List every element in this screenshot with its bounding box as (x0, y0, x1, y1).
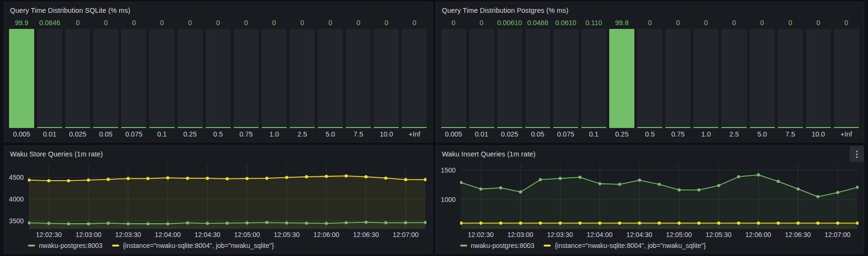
bar-fill (637, 127, 662, 128)
histogram-column[interactable]: 00.1 (149, 18, 174, 140)
bar-value-label: 0 (806, 18, 831, 28)
histogram-column[interactable]: 99.90.005 (9, 18, 34, 140)
histogram-column[interactable]: 0.08460.01 (37, 18, 62, 140)
histogram-column[interactable]: 0.06100.075 (553, 18, 578, 140)
bar-track (834, 29, 859, 128)
panel-title: Waku Insert Queries (1m rate) (442, 150, 536, 158)
bar-track (402, 29, 427, 128)
bar-fill (441, 127, 466, 128)
histogram-column[interactable]: 07.5 (778, 18, 803, 140)
bar-fill (290, 127, 315, 128)
bar-value-label: 0 (318, 18, 343, 28)
histogram-column[interactable]: 0+Inf (834, 18, 859, 140)
panel-title: Waku Store Queries (1m rate) (10, 150, 103, 158)
bar-value-label: 99.8 (609, 18, 634, 28)
panel-header[interactable]: Waku Insert Queries (1m rate) (436, 146, 864, 161)
panel-menu-icon[interactable] (849, 146, 864, 162)
histogram-column[interactable]: 05.0 (318, 18, 343, 140)
legend-swatch-yellow (544, 245, 551, 247)
bar-category-label: 0.01 (37, 129, 62, 140)
histogram-column[interactable]: 00.01 (469, 18, 494, 140)
histogram-column[interactable]: 01.0 (262, 18, 287, 140)
panel-header[interactable]: Query Time Distribution SQLite (% ms) (4, 2, 432, 18)
histogram-column[interactable]: 05.0 (750, 18, 775, 140)
bar-value-label: 0 (234, 18, 259, 28)
x-axis-tick-label: 12:05:30 (706, 231, 732, 238)
bar-value-label: 0 (693, 18, 718, 28)
histogram-column[interactable]: 01.0 (693, 18, 718, 140)
histogram-column[interactable]: 02.5 (721, 18, 746, 140)
legend-label: nwaku-postgres:8003 (39, 242, 103, 249)
histogram-column[interactable]: 00.75 (665, 18, 690, 140)
bar-track (778, 29, 803, 128)
histogram-column[interactable]: 07.5 (346, 18, 371, 140)
bar-value-label: 0.0610 (553, 18, 578, 28)
chart-plot-area[interactable] (460, 164, 859, 229)
bar-value-label: 0 (469, 18, 494, 28)
histogram-plot-postgres[interactable]: 00.00500.010.006100.0250.04880.050.06100… (436, 18, 864, 142)
histogram-column[interactable]: 00.5 (637, 18, 662, 140)
x-axis-tick-label: 12:05:00 (234, 231, 260, 238)
histogram-column[interactable]: 0+Inf (402, 18, 427, 140)
histogram-plot-sqlite[interactable]: 99.90.0050.08460.0100.02500.0500.07500.1… (4, 18, 432, 142)
bar-fill (93, 127, 118, 128)
bar-value-label: 0 (262, 18, 287, 28)
bar-category-label: 1.0 (693, 129, 718, 140)
chart-plot-area[interactable] (28, 164, 426, 229)
bar-fill (65, 127, 90, 128)
histogram-column[interactable]: 00.25 (178, 18, 203, 140)
chart-legend: nwaku-postgres:8003 {instance="nwaku-sql… (28, 239, 426, 251)
x-axis-tick-label: 12:04:00 (587, 231, 613, 238)
timeseries-store: 350040004500 12:02:3012:03:0012:03:3012:… (4, 161, 432, 253)
histogram-column[interactable]: 0.006100.025 (497, 18, 522, 140)
histogram-column[interactable]: 00.075 (121, 18, 146, 140)
histogram-column[interactable]: 99.80.25 (609, 18, 634, 140)
legend-item-sqlite[interactable]: {instance="nwaku-sqlite:8004", job="nwak… (112, 242, 274, 249)
bar-value-label: 0 (750, 18, 775, 28)
bar-category-label: 10.0 (806, 129, 831, 140)
legend-item-postgres[interactable]: nwaku-postgres:8003 (460, 242, 535, 249)
y-axis-tick-label: 3500 (9, 217, 24, 225)
x-axis-tick-label: 12:02:30 (36, 231, 62, 238)
bar-fill (121, 127, 146, 128)
histogram-column[interactable]: 00.025 (65, 18, 90, 140)
bar-fill (262, 127, 287, 128)
bar-track (374, 29, 399, 128)
histogram-column[interactable]: 00.005 (441, 18, 466, 140)
bar-value-label: 0.0488 (525, 18, 550, 28)
bar-value-label: 0 (346, 18, 371, 28)
bar-category-label: 0.005 (9, 129, 34, 140)
panel-header[interactable]: Query Time Distribution Postgres (% ms) (436, 2, 864, 18)
bar-fill (778, 127, 803, 128)
panel-waku-insert-queries: Waku Insert Queries (1m rate) 10001500 1… (436, 146, 865, 254)
x-axis-tick-label: 12:04:00 (155, 231, 181, 238)
x-axis-tick-label: 12:03:00 (75, 231, 102, 238)
legend-item-postgres[interactable]: nwaku-postgres:8003 (28, 242, 103, 249)
timeseries-insert: 10001500 12:02:3012:03:0012:03:3012:04:0… (436, 161, 864, 253)
bar-fill (553, 127, 578, 128)
menu-dot (856, 151, 858, 152)
histogram-column[interactable]: 010.0 (806, 18, 831, 140)
panel-header[interactable]: Waku Store Queries (1m rate) (4, 146, 432, 161)
bar-track (318, 29, 343, 128)
histogram-column[interactable]: 00.5 (206, 18, 231, 140)
legend-item-sqlite[interactable]: {instance="nwaku-sqlite:8004", job="nwak… (544, 242, 706, 249)
histogram-column[interactable]: 02.5 (290, 18, 315, 140)
histogram-column[interactable]: 0.04880.05 (525, 18, 550, 140)
bar-track (234, 29, 259, 128)
bar-track (665, 29, 690, 128)
bar-value-label: 0.0846 (37, 18, 62, 28)
x-axis-tick-label: 12:02:30 (468, 231, 494, 238)
histogram-column[interactable]: 0.1100.1 (581, 18, 606, 140)
legend-label: {instance="nwaku-sqlite:8004", job="nwak… (555, 242, 706, 249)
chart-legend: nwaku-postgres:8003 {instance="nwaku-sql… (460, 239, 859, 251)
histogram-column[interactable]: 010.0 (374, 18, 399, 140)
x-axis-tick-label: 12:06:00 (313, 231, 340, 238)
histogram-column[interactable]: 00.75 (234, 18, 259, 140)
x-axis-tick-label: 12:06:30 (353, 231, 379, 238)
bar-value-label: 0 (441, 18, 466, 28)
bar-track (441, 29, 466, 128)
x-axis-tick-label: 12:03:30 (115, 231, 142, 238)
histogram-column[interactable]: 00.05 (93, 18, 118, 140)
bar-value-label: 0 (65, 18, 90, 28)
